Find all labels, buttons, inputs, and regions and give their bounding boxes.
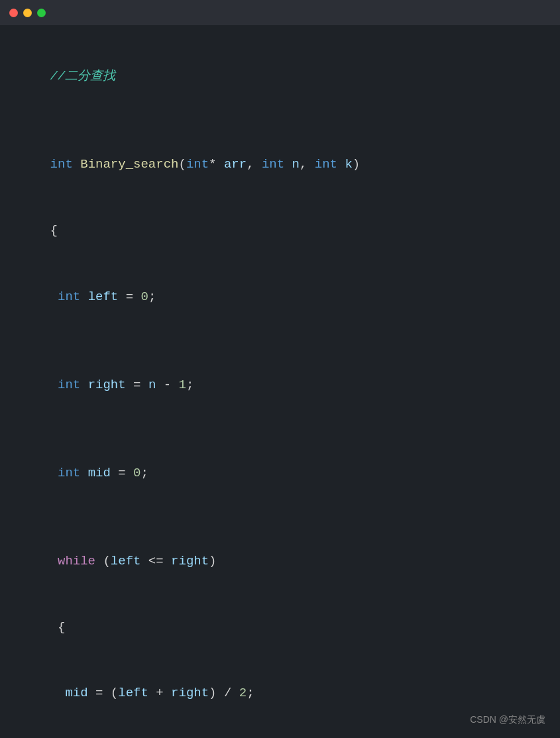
line-mid-assign: mid = (left + right) / 2; [20,660,540,727]
close-dot[interactable] [9,9,18,17]
minimize-dot[interactable] [23,9,32,17]
line-blank5 [20,727,540,738]
title-bar [0,0,560,25]
line-right-decl: int right = n - 1; [20,352,540,419]
line-func-sig: int Binary_search(int* arr, int n, int k… [20,132,540,198]
line-comment: //二分查找 [20,44,540,110]
line-blank4 [20,506,540,528]
line-blank [20,110,540,132]
line-mid-decl: int mid = 0; [20,441,540,507]
line-while: while (left <= right) [20,529,540,595]
maximize-dot[interactable] [37,9,46,17]
line-open1: { [20,198,540,264]
line-blank3 [20,418,540,440]
line-left-decl: int left = 0; [20,264,540,331]
footer-credit: CSDN @安然无虞 [470,714,545,726]
line-blank2 [20,330,540,352]
code-area: //二分查找 int Binary_search(int* arr, int n… [0,25,560,738]
line-open2: { [20,594,540,660]
